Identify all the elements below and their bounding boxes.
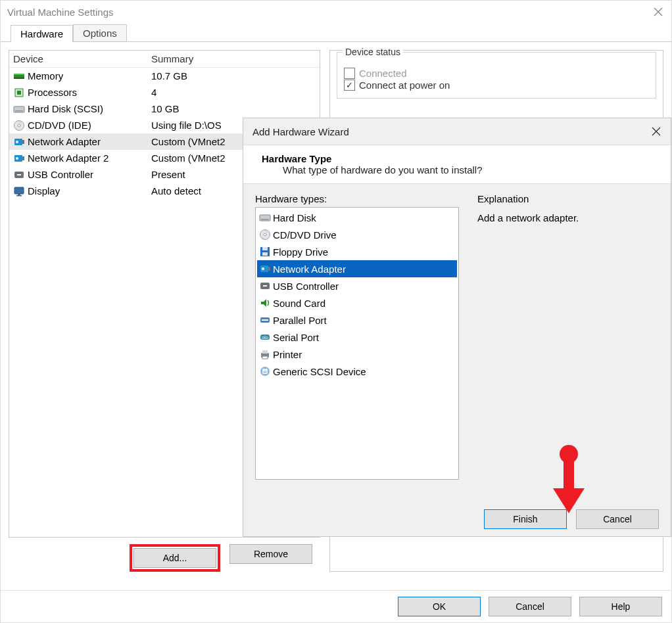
hardware-types-column: Hardware types: Hard DiskCD/DVD DriveFlo…	[255, 193, 459, 480]
hardware-type-label: Floppy Drive	[273, 246, 328, 258]
hardware-type-item[interactable]: CD/DVD Drive	[257, 226, 457, 243]
hardware-type-item[interactable]: Serial Port	[257, 329, 457, 346]
display-icon	[13, 186, 25, 196]
window-footer: OK Cancel Help	[1, 590, 671, 622]
device-row[interactable]: Memory10.7 GB	[9, 68, 320, 84]
hardware-type-item[interactable]: Sound Card	[257, 294, 457, 312]
memory-icon	[13, 71, 25, 81]
titlebar: Virtual Machine Settings	[1, 1, 671, 23]
disk-icon	[258, 211, 272, 224]
connect-poweron-checkbox[interactable]: ✓	[344, 80, 355, 91]
hardware-type-label: Printer	[273, 349, 302, 360]
hardware-type-item[interactable]: Generic SCSI Device	[257, 363, 457, 380]
hardware-type-item[interactable]: Printer	[257, 346, 457, 363]
hardware-type-label: USB Controller	[273, 281, 339, 292]
floppy-icon	[258, 245, 272, 258]
hardware-type-label: Hard Disk	[273, 212, 316, 223]
hardware-type-item[interactable]: Hard Disk	[257, 209, 457, 226]
tab-strip: Hardware Options	[1, 23, 671, 42]
wizard-cancel-button[interactable]: Cancel	[576, 509, 659, 529]
hardware-types-list[interactable]: Hard DiskCD/DVD DriveFloppy DriveNetwork…	[255, 207, 459, 480]
finish-button[interactable]: Finish	[484, 509, 567, 529]
device-name: CD/DVD (IDE)	[28, 120, 91, 131]
net-icon	[13, 153, 25, 164]
device-status-group: Device status Connected ✓ Connect at pow…	[337, 52, 656, 99]
cancel-button[interactable]: Cancel	[489, 597, 571, 616]
wizard-titlebar: Add Hardware Wizard	[243, 118, 671, 145]
usb-icon	[258, 279, 272, 292]
hardware-type-item[interactable]: Floppy Drive	[257, 243, 457, 260]
parallel-icon	[258, 313, 272, 327]
device-name: Network Adapter	[28, 136, 101, 147]
connected-row: Connected	[344, 68, 649, 79]
left-buttons: Add... Remove	[9, 538, 320, 572]
header-device: Device	[9, 53, 151, 64]
wizard-heading: Hardware Type	[262, 153, 659, 164]
explanation-column: Explanation Add a network adapter.	[477, 193, 659, 480]
wizard-subheading: What type of hardware do you want to ins…	[262, 164, 659, 175]
connected-label: Connected	[359, 68, 407, 79]
wizard-title: Add Hardware Wizard	[252, 126, 349, 137]
ok-button[interactable]: OK	[398, 597, 481, 616]
window-title: Virtual Machine Settings	[7, 7, 113, 18]
hardware-type-label: Parallel Port	[273, 315, 327, 326]
hardware-type-item[interactable]: Network Adapter	[257, 260, 457, 277]
header-summary: Summary	[151, 53, 320, 64]
device-summary: 4	[151, 87, 320, 98]
remove-button[interactable]: Remove	[229, 544, 312, 564]
add-hardware-wizard: Add Hardware Wizard Hardware Type What t…	[243, 118, 671, 537]
connected-checkbox	[344, 68, 355, 79]
device-row[interactable]: Processors4	[9, 84, 320, 101]
net-icon	[13, 137, 25, 147]
cd-icon	[13, 120, 25, 131]
hardware-types-label: Hardware types:	[255, 193, 459, 204]
hardware-type-item[interactable]: USB Controller	[257, 277, 457, 294]
connect-poweron-label: Connect at power on	[359, 80, 450, 91]
cpu-icon	[13, 87, 25, 98]
device-name: Memory	[28, 70, 63, 81]
cd-icon	[258, 228, 272, 241]
device-row[interactable]: Hard Disk (SCSI)10 GB	[9, 101, 320, 117]
device-list-header: Device Summary	[9, 51, 320, 68]
wizard-footer: Finish Cancel	[243, 502, 671, 536]
hardware-type-label: Network Adapter	[273, 264, 346, 275]
printer-icon	[258, 348, 272, 361]
wizard-close-button[interactable]	[642, 118, 671, 145]
hardware-type-label: Sound Card	[273, 298, 325, 309]
hardware-type-label: CD/DVD Drive	[273, 229, 337, 241]
sound-icon	[258, 296, 272, 310]
explanation-label: Explanation	[477, 193, 659, 204]
vm-settings-window: Virtual Machine Settings Hardware Option…	[0, 0, 672, 623]
device-name: Processors	[28, 87, 77, 98]
add-button-highlight: Add...	[130, 544, 220, 572]
tab-hardware[interactable]: Hardware	[11, 25, 73, 42]
hardware-type-label: Serial Port	[273, 332, 319, 343]
device-name: USB Controller	[28, 169, 93, 180]
device-name: Hard Disk (SCSI)	[28, 103, 103, 114]
device-name: Network Adapter 2	[28, 152, 108, 164]
serial-icon	[258, 331, 272, 344]
hardware-type-item[interactable]: Parallel Port	[257, 312, 457, 329]
net-icon	[258, 262, 272, 275]
scsi-icon	[258, 365, 272, 378]
connect-poweron-row[interactable]: ✓ Connect at power on	[344, 80, 649, 91]
add-button[interactable]: Add...	[133, 548, 216, 568]
device-summary: 10.7 GB	[151, 70, 320, 81]
wizard-header: Hardware Type What type of hardware do y…	[243, 145, 671, 184]
disk-icon	[13, 104, 25, 114]
device-name: Display	[28, 185, 60, 196]
tab-options[interactable]: Options	[73, 24, 127, 41]
window-close-button[interactable]	[645, 1, 671, 23]
device-status-title: Device status	[343, 47, 403, 57]
explanation-text: Add a network adapter.	[477, 212, 659, 223]
wizard-body: Hardware types: Hard DiskCD/DVD DriveFlo…	[243, 184, 671, 480]
hardware-type-label: Generic SCSI Device	[273, 366, 366, 377]
device-summary: 10 GB	[151, 103, 320, 114]
usb-icon	[13, 170, 25, 180]
help-button[interactable]: Help	[579, 597, 662, 616]
